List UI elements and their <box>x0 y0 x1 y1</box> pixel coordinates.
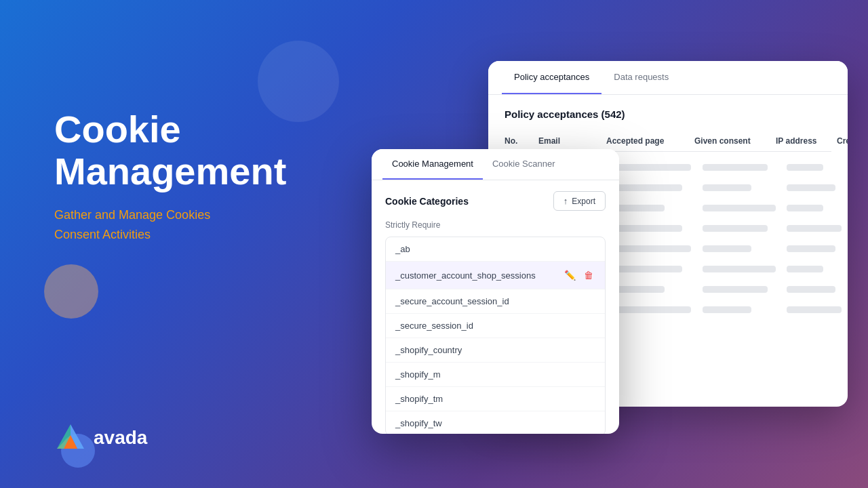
cookie-name: _secure_account_session_id <box>395 296 509 306</box>
hero-title: Cookie Management <box>54 108 286 192</box>
skeleton <box>703 306 751 313</box>
cookie-item[interactable]: _ab <box>386 237 605 262</box>
col-accepted-page: Accepted page <box>606 136 694 146</box>
hero-section: Cookie Management Gather and Manage Cook… <box>54 108 286 245</box>
cookie-name: _customer_account_shop_sessions <box>395 270 536 281</box>
skeleton <box>787 245 835 252</box>
skeleton <box>703 205 776 211</box>
skeleton <box>787 306 842 313</box>
col-ip-address: IP address <box>776 136 837 146</box>
cookie-name: _shopify_m <box>395 369 440 380</box>
cookie-list: _ab _customer_account_shop_sessions ✏️ 🗑… <box>385 237 606 434</box>
cookie-item[interactable]: _secure_account_session_id <box>386 289 605 314</box>
hero-subtitle: Gather and Manage Cookies Consent Activi… <box>54 205 286 245</box>
cookie-item[interactable]: _shopify_country <box>386 338 605 363</box>
cookie-tabs: Cookie Management Cookie Scanner <box>372 149 619 180</box>
tab-policy-acceptances[interactable]: Policy acceptances <box>502 61 601 94</box>
bg-circle-2 <box>44 264 98 319</box>
tab-data-requests[interactable]: Data requests <box>601 61 681 94</box>
cookie-content: Cookie Categories ↑ Export Strictly Requ… <box>372 180 619 434</box>
cookie-header-row: Cookie Categories ↑ Export <box>385 191 606 211</box>
export-label: Export <box>572 197 595 206</box>
logo-text: avada <box>94 427 147 449</box>
skeleton <box>787 286 835 293</box>
cookie-name: _ab <box>395 244 410 254</box>
skeleton <box>612 225 682 232</box>
skeleton <box>703 184 751 191</box>
cookie-item[interactable]: _shopify_m <box>386 363 605 387</box>
col-created-at: Created at <box>837 136 848 146</box>
col-given-consent: Given consent <box>694 136 776 146</box>
avada-logo-icon <box>54 422 87 454</box>
cookie-name: _shopify_country <box>395 345 462 355</box>
skeleton <box>703 164 768 171</box>
col-email: Email <box>538 136 606 146</box>
skeleton <box>787 164 823 171</box>
skeleton <box>787 225 842 232</box>
tab-cookie-management[interactable]: Cookie Management <box>382 149 483 180</box>
cookie-item[interactable]: _customer_account_shop_sessions ✏️ 🗑 <box>386 262 605 289</box>
logo-area: avada <box>54 422 147 454</box>
export-icon: ↑ <box>564 196 568 206</box>
edit-icon[interactable]: ✏️ <box>563 268 576 282</box>
skeleton <box>612 286 665 293</box>
cookie-item-actions: ✏️ 🗑 <box>563 268 595 282</box>
skeleton <box>787 205 823 211</box>
cookie-name: _secure_session_id <box>395 321 473 331</box>
policy-tabs: Policy acceptances Data requests <box>488 61 848 95</box>
skeleton <box>612 266 682 272</box>
cookie-categories-title: Cookie Categories <box>385 196 469 207</box>
skeleton <box>703 245 751 252</box>
cookie-name: _shopify_tw <box>395 418 442 428</box>
cookie-card: Cookie Management Cookie Scanner Cookie … <box>372 149 619 434</box>
cookie-item[interactable]: _secure_session_id <box>386 314 605 338</box>
delete-icon[interactable]: 🗑 <box>582 268 595 282</box>
skeleton <box>612 306 691 313</box>
skeleton <box>703 225 768 232</box>
skeleton <box>612 205 665 211</box>
export-button[interactable]: ↑ Export <box>553 191 606 211</box>
skeleton <box>612 164 691 171</box>
skeleton <box>703 266 776 272</box>
skeleton <box>703 286 768 293</box>
strictly-require-label: Strictly Require <box>385 220 606 230</box>
skeleton <box>612 184 682 191</box>
col-no: No. <box>505 136 538 146</box>
skeleton <box>612 245 691 252</box>
cookie-name: _shopify_tm <box>395 394 443 404</box>
skeleton <box>787 184 835 191</box>
skeleton <box>787 266 823 272</box>
cookie-item[interactable]: _shopify_tw <box>386 411 605 434</box>
policy-heading: Policy acceptances (542) <box>505 108 831 120</box>
cookie-item[interactable]: _shopify_tm <box>386 387 605 411</box>
tab-cookie-scanner[interactable]: Cookie Scanner <box>483 149 565 180</box>
